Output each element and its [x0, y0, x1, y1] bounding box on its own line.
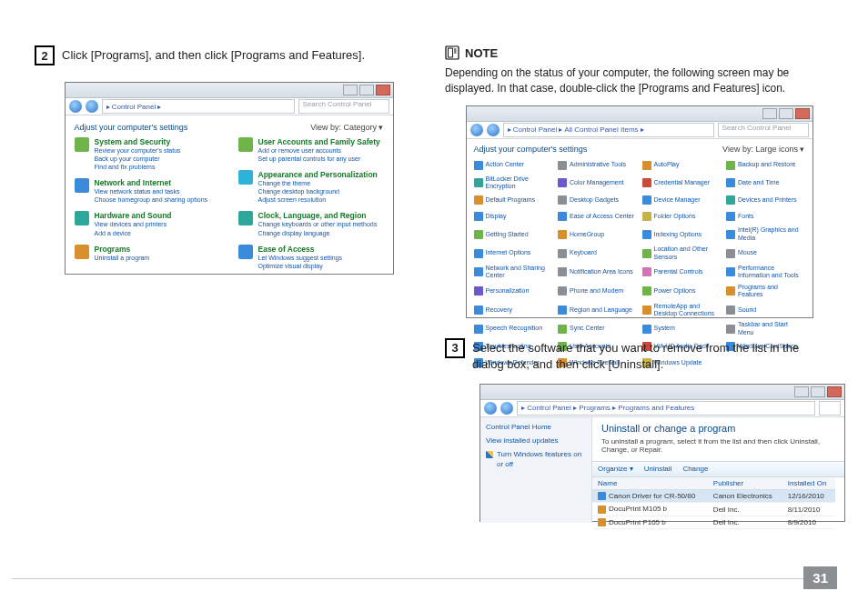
search-input[interactable]: Search Control Panel — [718, 123, 809, 137]
cat-sub[interactable]: View devices and printers — [95, 220, 172, 228]
control-panel-item[interactable]: Folder Options — [642, 210, 722, 223]
control-panel-item[interactable]: Region and Language — [558, 303, 637, 318]
cat-sub[interactable]: Find and fix problems — [95, 163, 181, 171]
cat-clock-language[interactable]: Clock, Language, and Region Change keybo… — [238, 211, 384, 236]
breadcrumb[interactable]: ▸ Control Panel ▸ All Control Panel Item… — [503, 123, 714, 137]
th-name[interactable]: Name — [592, 477, 708, 490]
control-panel-item[interactable]: Desktop Gadgets — [558, 194, 637, 206]
cat-appearance[interactable]: Appearance and Personalization Change th… — [238, 170, 384, 204]
uninstall-button[interactable]: Uninstall — [644, 465, 672, 473]
control-panel-item[interactable]: Sound — [726, 303, 805, 318]
cat-sub[interactable]: Choose homegroup and sharing options — [95, 195, 208, 204]
control-panel-item[interactable]: RemoteApp and Desktop Connections — [642, 303, 722, 318]
cat-sub[interactable]: Change display language — [258, 229, 378, 237]
organize-button[interactable]: Organize ▾ — [598, 465, 633, 473]
cat-sub[interactable]: Adjust screen resolution — [258, 195, 378, 204]
control-panel-item[interactable]: Internet Options — [474, 245, 553, 261]
control-panel-item[interactable]: Date and Time — [726, 175, 805, 191]
maximize-button[interactable] — [359, 85, 374, 95]
table-row[interactable]: DocuPrint M105 b Dell Inc. 8/11/2010 — [592, 503, 835, 516]
table-row[interactable]: Canon Driver for CR-50/80 Canon Electron… — [592, 489, 835, 502]
th-installed[interactable]: Installed On — [782, 477, 835, 490]
control-panel-item[interactable]: Getting Started — [474, 226, 553, 242]
cat-sub[interactable]: Add or remove user accounts — [258, 146, 380, 155]
back-icon[interactable] — [484, 402, 497, 415]
control-panel-item[interactable]: System — [642, 321, 722, 336]
view-by-dropdown[interactable]: View by: Category ▾ — [310, 123, 383, 132]
maximize-button[interactable] — [811, 386, 825, 397]
control-panel-item[interactable]: Backup and Restore — [726, 159, 805, 172]
breadcrumb[interactable]: ▸ Control Panel ▸ — [102, 99, 295, 114]
control-panel-item[interactable]: Sync Center — [558, 321, 637, 336]
forward-icon[interactable] — [86, 100, 98, 113]
cat-sub[interactable]: Change the theme — [258, 179, 378, 187]
control-panel-item[interactable]: Parental Controls — [642, 265, 722, 280]
control-panel-item[interactable]: Color Management — [558, 175, 637, 191]
change-button[interactable]: Change — [682, 465, 708, 473]
control-panel-item[interactable]: Devices and Printers — [726, 194, 805, 206]
control-panel-item[interactable]: Location and Other Sensors — [642, 245, 722, 261]
control-panel-item[interactable]: Administrative Tools — [558, 159, 637, 172]
back-icon[interactable] — [69, 100, 82, 113]
control-panel-item[interactable]: Taskbar and Start Menu — [726, 321, 805, 336]
close-button[interactable] — [827, 386, 842, 397]
control-panel-item[interactable]: Display — [474, 210, 553, 223]
control-panel-item[interactable]: AutoPlay — [642, 159, 722, 172]
control-panel-item[interactable]: Credential Manager — [642, 175, 722, 191]
control-panel-item[interactable]: Action Center — [474, 159, 553, 172]
minimize-button[interactable] — [794, 386, 809, 397]
cat-sub[interactable]: Uninstall a program — [95, 254, 150, 262]
cat-sub[interactable]: Back up your computer — [95, 155, 181, 163]
control-panel-item[interactable]: Speech Recognition — [474, 321, 553, 336]
cat-network-internet[interactable]: Network and Internet View network status… — [75, 178, 220, 204]
minimize-button[interactable] — [762, 108, 777, 119]
cat-sub[interactable]: View network status and tasks — [95, 187, 208, 195]
search-input[interactable]: Search Control Panel — [298, 99, 389, 114]
cat-hardware-sound[interactable]: Hardware and Sound View devices and prin… — [75, 211, 220, 236]
cat-sub[interactable]: Optimize visual display — [258, 262, 343, 270]
control-panel-item[interactable]: Default Programs — [474, 194, 553, 206]
cat-sub[interactable]: Review your computer's status — [95, 146, 181, 155]
forward-icon[interactable] — [500, 402, 513, 415]
control-panel-item[interactable]: Notification Area Icons — [558, 265, 637, 280]
view-by-dropdown[interactable]: View by: Large icons ▾ — [722, 145, 804, 154]
control-panel-item[interactable]: Performance Information and Tools — [726, 265, 805, 280]
control-panel-item[interactable]: Phone and Modem — [558, 284, 637, 299]
control-panel-item[interactable]: Personalization — [474, 284, 553, 299]
control-panel-item[interactable]: Recovery — [474, 303, 553, 318]
table-row[interactable]: DocuPrint P105 b Dell Inc. 8/9/2010 — [592, 516, 835, 528]
control-panel-item[interactable]: Indexing Options — [642, 226, 722, 242]
control-panel-item[interactable]: Power Options — [642, 284, 722, 299]
cat-sub[interactable]: Change desktop background — [258, 187, 378, 195]
breadcrumb[interactable]: ▸ Control Panel ▸ Programs ▸ Programs an… — [517, 401, 815, 416]
control-panel-item[interactable]: Fonts — [726, 210, 805, 223]
control-panel-item[interactable]: Intel(R) Graphics and Media — [726, 226, 805, 242]
cat-user-accounts[interactable]: User Accounts and Family Safety Add or r… — [238, 137, 384, 163]
sidebar-home[interactable]: Control Panel Home — [486, 423, 586, 431]
control-panel-item[interactable]: Device Manager — [642, 194, 722, 206]
search-input[interactable] — [819, 401, 841, 416]
sidebar-installed-updates[interactable]: View installed updates — [486, 436, 586, 446]
maximize-button[interactable] — [779, 108, 793, 119]
control-panel-item[interactable]: BitLocker Drive Encryption — [474, 175, 553, 191]
control-panel-item[interactable]: HomeGroup — [558, 226, 637, 242]
sidebar-windows-features[interactable]: Turn Windows features on or off — [486, 450, 586, 469]
cat-ease-of-access[interactable]: Ease of Access Let Windows suggest setti… — [238, 245, 384, 270]
cat-sub[interactable]: Let Windows suggest settings — [258, 254, 343, 262]
cat-sub[interactable]: Set up parental controls for any user — [258, 155, 380, 163]
control-panel-item[interactable]: Network and Sharing Center — [474, 265, 553, 280]
close-button[interactable] — [376, 85, 390, 95]
close-button[interactable] — [795, 108, 810, 119]
cat-sub[interactable]: Add a device — [95, 229, 172, 237]
cat-system-security[interactable]: System and Security Review your computer… — [75, 137, 220, 171]
back-icon[interactable] — [470, 124, 483, 136]
cat-programs[interactable]: Programs Uninstall a program — [75, 245, 220, 262]
control-panel-item[interactable]: Mouse — [726, 245, 805, 261]
minimize-button[interactable] — [343, 85, 358, 95]
control-panel-item[interactable]: Ease of Access Center — [558, 210, 637, 223]
control-panel-item[interactable]: Keyboard — [558, 245, 637, 261]
th-publisher[interactable]: Publisher — [708, 477, 782, 490]
cat-sub[interactable]: Change keyboards or other input methods — [258, 220, 378, 228]
control-panel-item[interactable]: Programs and Features — [726, 284, 805, 299]
forward-icon[interactable] — [487, 124, 500, 136]
